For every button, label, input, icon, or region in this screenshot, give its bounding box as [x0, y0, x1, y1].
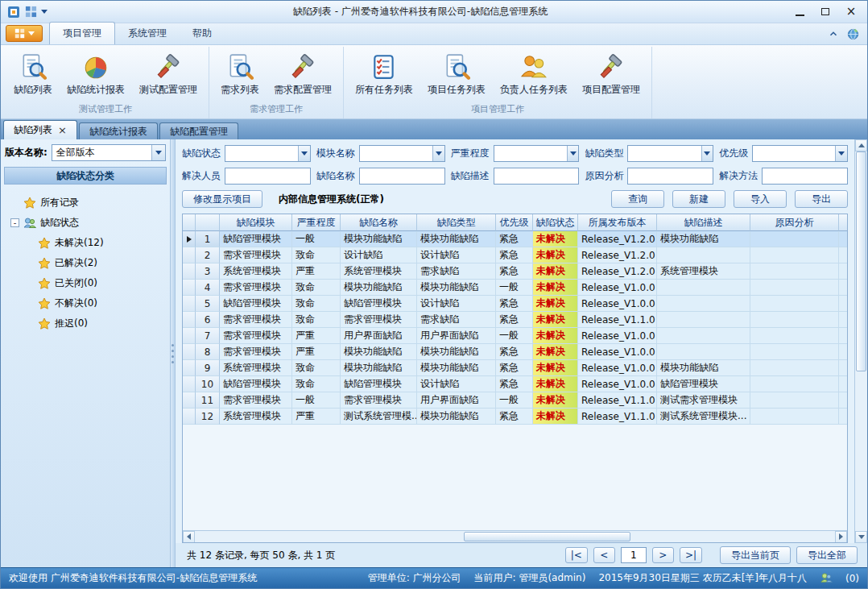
page-number-input[interactable] — [621, 547, 647, 563]
table-row[interactable]: 11需求管理模块一般需求管理模块用户界面缺陷一般未解决Release_V1.1.… — [183, 392, 847, 409]
grid-cell[interactable] — [750, 328, 839, 344]
grid-cell[interactable]: 模块功能缺陷 — [657, 231, 750, 247]
grid-cell[interactable]: 需求管理模块 — [220, 344, 292, 360]
grid-cell[interactable]: 用户界面缺陷 — [417, 392, 496, 409]
grid-cell[interactable]: 紧急 — [496, 231, 533, 247]
grid-cell[interactable]: Release_V1.1.0 — [578, 392, 657, 409]
horizontal-scrollbar[interactable] — [183, 530, 847, 542]
tree-expander-icon[interactable]: - — [10, 218, 19, 227]
column-header[interactable]: 缺陷描述 — [657, 214, 750, 231]
table-row[interactable]: 9系统管理模块致命模块功能缺陷模块功能缺陷紧急未解决Release_V1.0.0… — [183, 360, 847, 376]
grid-cell[interactable]: 测试系统管理模块... — [657, 409, 750, 425]
column-header[interactable]: 解决方法 — [839, 214, 847, 231]
grid-cell[interactable] — [750, 312, 839, 328]
grid-cell[interactable] — [657, 280, 750, 296]
grid-cell[interactable]: 模块功能缺陷 — [417, 344, 496, 360]
dropdown-button[interactable] — [567, 146, 579, 161]
table-row[interactable]: 4需求管理模块致命模块功能缺陷模块功能缺陷一般未解决Release_V1.0.0 — [183, 280, 847, 296]
query-button[interactable]: 查询 — [611, 190, 664, 208]
document-tab[interactable]: 缺陷列表× — [3, 120, 77, 139]
grid-cell[interactable]: 测试系统管理模... — [341, 409, 417, 425]
grid-cell[interactable]: 设计缺陷 — [417, 296, 496, 312]
filter-text-input[interactable] — [627, 168, 713, 185]
grid-cell[interactable] — [839, 280, 847, 296]
sidebar-splitter[interactable] — [170, 139, 176, 567]
document-tab[interactable]: 缺陷统计报表 — [79, 122, 158, 139]
collapse-ribbon-icon[interactable] — [827, 27, 840, 40]
filter-select[interactable] — [359, 145, 445, 162]
grid-cell[interactable]: 致命 — [292, 312, 341, 328]
grid-cell[interactable]: 缺陷管理模块 — [220, 376, 292, 392]
filter-text-input[interactable] — [359, 168, 445, 185]
grid-cell[interactable]: 一般 — [496, 328, 533, 344]
grid-cell[interactable] — [750, 344, 839, 360]
grid-cell[interactable]: 需求管理模块 — [220, 247, 292, 263]
minimize-button[interactable] — [787, 3, 812, 21]
grid-cell[interactable]: 系统管理模块 — [220, 409, 292, 425]
filter-input-field[interactable] — [628, 146, 701, 161]
grid-cell[interactable]: 未解决 — [533, 409, 578, 425]
grid-cell[interactable]: 缺陷管理模块 — [341, 376, 417, 392]
column-header[interactable]: 所属发布版本 — [578, 214, 657, 231]
next-page-button[interactable]: > — [652, 547, 674, 563]
scroll-down-icon[interactable] — [855, 531, 867, 543]
grid-cell[interactable] — [657, 328, 750, 344]
grid-cell[interactable]: Release_V1.0.0 — [578, 360, 657, 376]
grid-cell[interactable]: 设计缺陷 — [417, 376, 496, 392]
grid-cell[interactable]: 未解决 — [533, 392, 578, 409]
close-button[interactable]: × — [838, 3, 864, 21]
grid-cell[interactable] — [657, 312, 750, 328]
grid-cell[interactable]: 未解决 — [533, 312, 578, 328]
last-page-button[interactable]: >| — [680, 547, 702, 563]
grid-cell[interactable]: 模块功能缺陷 — [417, 280, 496, 296]
grid-cell[interactable]: 模块功能缺陷 — [341, 360, 417, 376]
grid-cell[interactable] — [750, 360, 839, 376]
filter-text-input[interactable] — [225, 168, 311, 185]
app-icon[interactable] — [7, 6, 20, 19]
filter-input-field[interactable] — [360, 146, 432, 161]
prev-page-button[interactable]: < — [593, 547, 615, 563]
tree-item[interactable]: -缺陷状态 — [6, 213, 165, 233]
import-button[interactable]: 导入 — [734, 190, 787, 208]
grid-cell[interactable]: Release_V1.2.0 — [578, 263, 657, 280]
ribbon-button[interactable]: 缺陷统计报表 — [60, 50, 131, 98]
filter-text-input[interactable] — [762, 168, 848, 185]
grid-cell[interactable]: Release_V1.2.0 — [578, 247, 657, 263]
grid-cell[interactable] — [657, 296, 750, 312]
filter-input-field[interactable] — [753, 146, 835, 161]
grid-cell[interactable]: 系统管理模块 — [220, 263, 292, 280]
grid-cell[interactable]: 测试需求管理模块 — [657, 392, 750, 409]
column-header[interactable]: 缺陷状态 — [533, 214, 578, 231]
grid-cell[interactable]: Release_V1.1.0 — [578, 409, 657, 425]
column-header[interactable]: 原因分析 — [750, 214, 839, 231]
ribbon-button[interactable]: 需求列表 — [214, 50, 266, 98]
grid-cell[interactable]: 需求管理模块 — [220, 312, 292, 328]
grid-cell[interactable] — [750, 376, 839, 392]
grid-cell[interactable] — [839, 328, 847, 344]
grid-cell[interactable]: 系统管理模块 — [220, 360, 292, 376]
filter-input-field[interactable] — [763, 168, 847, 184]
vertical-scrollbar[interactable] — [854, 139, 867, 543]
tree-item[interactable]: 推迟(0) — [6, 313, 165, 334]
grid-cell[interactable]: 需求管理模块 — [341, 392, 417, 409]
table-row[interactable]: 3系统管理模块严重系统管理模块需求缺陷紧急未解决Release_V1.2.0系统… — [183, 263, 847, 280]
grid-cell[interactable]: 未解决 — [533, 376, 578, 392]
grid-cell[interactable]: 需求管理模块 — [341, 312, 417, 328]
grid-cell[interactable] — [839, 409, 847, 425]
grid-cell[interactable]: 严重 — [292, 409, 341, 425]
grid-cell[interactable]: 模块功能缺陷 — [341, 344, 417, 360]
grid-cell[interactable]: Release_V1.0.0 — [578, 280, 657, 296]
grid-cell[interactable]: 紧急 — [496, 247, 533, 263]
grid-cell[interactable]: Release_V1.0.0 — [578, 296, 657, 312]
tree-item[interactable]: 不解决(0) — [6, 293, 165, 313]
ribbon-button[interactable]: 负责人任务列表 — [494, 50, 574, 98]
tree-item[interactable]: 所有记录 — [6, 193, 165, 213]
tree-item[interactable]: 未解决(12) — [6, 233, 165, 253]
ribbon-tab[interactable]: 项目管理 — [49, 22, 115, 44]
grid-cell[interactable] — [839, 344, 847, 360]
grid-cell[interactable]: Release_V1.0.0 — [578, 376, 657, 392]
grid-cell[interactable] — [839, 247, 847, 263]
ribbon-button[interactable]: 项目配置管理 — [576, 50, 647, 98]
grid-cell[interactable]: 未解决 — [533, 344, 578, 360]
grid-cell[interactable] — [750, 296, 839, 312]
